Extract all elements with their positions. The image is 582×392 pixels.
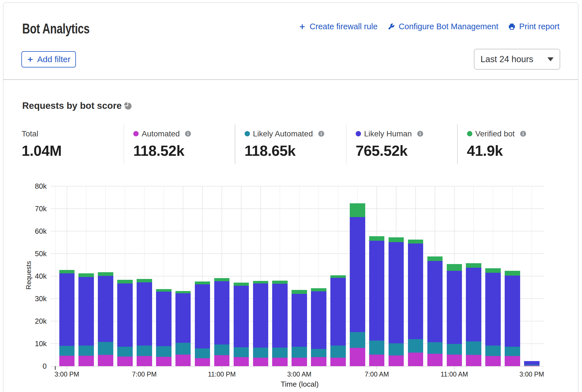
bar-segment-automated[interactable] — [175, 355, 191, 366]
bot-analytics-card: Bot Analytics Create firewall rule — [3, 3, 578, 392]
bar-segment-likely-human[interactable] — [311, 291, 326, 349]
bar-segment-likely-automated[interactable] — [389, 343, 404, 355]
bar-segment-automated[interactable] — [369, 355, 385, 366]
x-tick-label: 11:00 PM — [191, 370, 253, 379]
bar-segment-verified-bot[interactable] — [214, 278, 230, 281]
bar-segment-likely-human[interactable] — [59, 273, 75, 346]
bar-segment-verified-bot[interactable] — [117, 280, 133, 283]
bar-segment-verified-bot[interactable] — [408, 240, 423, 244]
bar-segment-likely-human[interactable] — [98, 276, 113, 342]
bar-segment-verified-bot[interactable] — [156, 289, 172, 292]
bar-segment-likely-human[interactable] — [272, 284, 288, 348]
bar-segment-verified-bot[interactable] — [98, 272, 113, 276]
bar-segment-verified-bot[interactable] — [59, 270, 75, 273]
bar-segment-verified-bot[interactable] — [311, 288, 326, 291]
bar-segment-verified-bot[interactable] — [466, 263, 481, 267]
bar-segment-likely-automated[interactable] — [78, 346, 94, 356]
bar-segment-likely-human[interactable] — [175, 293, 191, 343]
bar-segment-verified-bot[interactable] — [137, 279, 152, 282]
bar-segment-likely-automated[interactable] — [137, 346, 152, 356]
bar-segment-automated[interactable] — [311, 357, 326, 366]
bar-segment-likely-automated[interactable] — [408, 339, 423, 353]
bar-segment-automated[interactable] — [350, 348, 365, 366]
bar-segment-likely-human[interactable] — [214, 281, 230, 344]
bar-segment-likely-automated[interactable] — [214, 344, 230, 355]
bar-segment-likely-automated[interactable] — [175, 343, 191, 355]
bar-segment-likely-human[interactable] — [234, 286, 249, 347]
bar-segment-automated[interactable] — [137, 356, 152, 366]
bar-segment-automated[interactable] — [117, 357, 133, 366]
bar-segment-likely-human[interactable] — [156, 292, 172, 346]
bar-segment-likely-human[interactable] — [485, 273, 501, 346]
bar-segment-automated[interactable] — [447, 355, 462, 366]
bar-segment-likely-human[interactable] — [330, 278, 346, 346]
bar-segment-likely-automated[interactable] — [311, 349, 326, 357]
bar-segment-likely-automated[interactable] — [466, 341, 481, 355]
bar-segment-likely-human[interactable] — [78, 277, 94, 346]
bar-segment-likely-human[interactable] — [292, 294, 307, 346]
bar-segment-likely-automated[interactable] — [369, 341, 385, 355]
bar-segment-automated[interactable] — [292, 358, 307, 366]
bar-segment-likely-automated[interactable] — [59, 346, 75, 356]
bar-segment-verified-bot[interactable] — [350, 203, 365, 217]
bar-segment-likely-automated[interactable] — [505, 347, 520, 356]
bar-segment-likely-automated[interactable] — [292, 347, 307, 358]
bar-segment-likely-automated[interactable] — [427, 342, 443, 354]
bar-segment-automated[interactable] — [253, 358, 269, 366]
bar-segment-automated[interactable] — [59, 356, 75, 366]
bar-segment-likely-automated[interactable] — [234, 347, 249, 357]
bar-segment-likely-automated[interactable] — [350, 332, 365, 348]
bar-segment-automated[interactable] — [78, 356, 94, 366]
bar-segment-verified-bot[interactable] — [369, 236, 385, 240]
bar-segment-likely-automated[interactable] — [98, 342, 113, 355]
bar-segment-likely-human[interactable] — [389, 242, 404, 343]
bar-segment-automated[interactable] — [234, 357, 249, 366]
bar-segment-automated[interactable] — [156, 357, 172, 366]
bar-segment-likely-human[interactable] — [195, 284, 210, 348]
bar-segment-verified-bot[interactable] — [195, 281, 210, 284]
bar-segment-likely-human[interactable] — [505, 276, 520, 347]
bar-segment-likely-human[interactable] — [408, 244, 423, 339]
bar-segment-automated[interactable] — [214, 355, 230, 366]
bar-segment-likely-human[interactable] — [117, 283, 133, 347]
bar-segment-likely-automated[interactable] — [272, 348, 288, 358]
bar-segment-automated[interactable] — [272, 358, 288, 366]
bar-segment-automated[interactable] — [330, 358, 346, 366]
bar-segment-automated[interactable] — [389, 355, 404, 366]
bar-segment-likely-automated[interactable] — [156, 346, 172, 357]
bar-segment-automated[interactable] — [427, 354, 443, 366]
bar-segment-verified-bot[interactable] — [175, 291, 191, 293]
bar-segment-verified-bot[interactable] — [427, 256, 443, 261]
bar-segment-automated[interactable] — [505, 356, 520, 366]
bar-segment-verified-bot[interactable] — [389, 237, 404, 242]
bar-segment-verified-bot[interactable] — [253, 281, 269, 283]
bar-segment-automated[interactable] — [466, 355, 481, 366]
bar-segment-likely-human[interactable] — [524, 361, 540, 365]
bar-segment-likely-human[interactable] — [427, 261, 443, 342]
bar-segment-automated[interactable] — [195, 358, 210, 366]
bar-segment-likely-automated[interactable] — [447, 344, 462, 355]
bar-segment-automated[interactable] — [408, 353, 423, 366]
bar-segment-likely-automated[interactable] — [524, 365, 540, 366]
bar-segment-likely-human[interactable] — [253, 283, 269, 348]
bar-segment-automated[interactable] — [98, 355, 113, 366]
bar-segment-verified-bot[interactable] — [292, 290, 307, 294]
bar-segment-likely-human[interactable] — [466, 268, 481, 342]
bar-segment-likely-human[interactable] — [369, 241, 385, 341]
bar-segment-likely-human[interactable] — [447, 271, 462, 344]
bar-segment-automated[interactable] — [485, 356, 501, 366]
bar-segment-verified-bot[interactable] — [505, 271, 520, 276]
bar-segment-likely-automated[interactable] — [117, 347, 133, 356]
bar-segment-verified-bot[interactable] — [78, 273, 94, 277]
bar-segment-likely-automated[interactable] — [253, 348, 269, 358]
bar-segment-verified-bot[interactable] — [272, 281, 288, 284]
bar-segment-verified-bot[interactable] — [485, 268, 501, 273]
bar-segment-likely-automated[interactable] — [330, 346, 346, 357]
bar-segment-likely-automated[interactable] — [195, 348, 210, 358]
bar-segment-likely-human[interactable] — [137, 282, 152, 345]
bar-segment-verified-bot[interactable] — [234, 283, 249, 286]
bar-segment-verified-bot[interactable] — [330, 275, 346, 278]
bar-segment-verified-bot[interactable] — [447, 264, 462, 271]
bar-segment-likely-human[interactable] — [350, 217, 365, 332]
bar-segment-likely-automated[interactable] — [485, 346, 501, 356]
